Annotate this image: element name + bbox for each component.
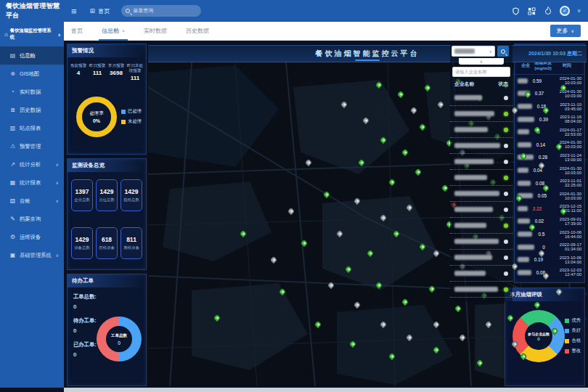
map-pin-online[interactable] — [322, 191, 330, 199]
company-row[interactable] — [450, 170, 513, 186]
map-pin-offline[interactable] — [335, 229, 343, 237]
region-select[interactable]: ∨ — [452, 46, 495, 57]
map-pin-online[interactable] — [375, 81, 383, 89]
map-pin-online[interactable] — [423, 84, 431, 92]
map-pin-online[interactable] — [357, 158, 365, 166]
map-pin-offline[interactable] — [555, 288, 563, 296]
map-pin-online[interactable] — [213, 314, 221, 322]
sidebar-item-预警管理[interactable]: ⚠预警管理 — [0, 137, 64, 155]
map-canvas[interactable]: 餐饮油烟智能监控云平台 2024/1/30 10:03 星期二 — [148, 44, 587, 386]
map-pin-online[interactable] — [542, 107, 550, 115]
map-pin-offline[interactable] — [353, 301, 361, 309]
company-row[interactable] — [450, 90, 513, 106]
map-pin-online[interactable] — [515, 194, 523, 202]
sidebar-item-历史数据[interactable]: ≣历史数据 — [0, 101, 64, 119]
map-pin-online[interactable] — [542, 184, 550, 192]
more-button[interactable]: 更多 ∨ — [550, 25, 581, 37]
company-row[interactable] — [450, 250, 513, 266]
user-avatar[interactable]: ✓ — [560, 6, 570, 16]
map-pin-online[interactable] — [379, 136, 387, 144]
map-pin-offline[interactable] — [327, 282, 335, 290]
sidebar-item-统计分析[interactable]: ↗统计分析∨ — [0, 155, 64, 173]
map-pin-online[interactable] — [454, 304, 462, 312]
map-pin-online[interactable] — [388, 178, 396, 186]
tab-信息舱[interactable]: 信息舱× — [102, 22, 125, 41]
map-pin-online[interactable] — [279, 288, 287, 296]
map-pin-online[interactable] — [388, 353, 396, 361]
close-icon[interactable]: × — [122, 28, 125, 33]
company-name-input[interactable]: 请输入企业名称 — [452, 67, 510, 77]
sidebar-item-信息舱[interactable]: ▤信息舱 — [0, 46, 64, 65]
map-pin-offline[interactable] — [537, 162, 545, 170]
sidebar-system-title[interactable]: ⌂ 餐饮油烟监控管理系统 ∧ — [0, 22, 64, 46]
company-row[interactable] — [450, 282, 513, 298]
company-row[interactable] — [450, 202, 513, 218]
bottom-scrollbar[interactable] — [64, 388, 588, 392]
map-pin-online[interactable] — [528, 223, 536, 231]
collapse-toggle[interactable]: ∧ — [459, 58, 504, 65]
map-pin-online[interactable] — [344, 265, 352, 273]
company-row[interactable] — [450, 218, 513, 234]
company-row[interactable] — [450, 122, 513, 138]
sidebar-item-基础管理系统[interactable]: ▣基础管理系统∨ — [0, 246, 64, 264]
map-pin-offline[interactable] — [340, 100, 348, 108]
map-pin-online[interactable] — [520, 353, 528, 361]
map-pin-offline[interactable] — [436, 100, 444, 108]
map-pin-online[interactable] — [393, 229, 401, 237]
map-pin-online[interactable] — [419, 123, 427, 131]
map-pin-offline[interactable] — [305, 158, 313, 166]
map-pin-online[interactable] — [432, 346, 440, 354]
map-pin-online[interactable] — [533, 301, 541, 309]
flame-icon[interactable] — [544, 7, 552, 15]
map-pin-online[interactable] — [239, 229, 247, 237]
company-row[interactable] — [450, 186, 513, 202]
company-search-button[interactable] — [497, 46, 509, 57]
company-row[interactable] — [450, 154, 513, 170]
map-pin-offline[interactable] — [432, 320, 440, 328]
sidebar-item-GIS地图[interactable]: ⊕GIS地图 — [0, 65, 64, 83]
menu-search-input[interactable]: 菜单查询 — [121, 5, 201, 17]
chevron-down-icon[interactable]: ∨ — [577, 8, 581, 14]
map-pin-offline[interactable] — [511, 340, 519, 348]
company-row[interactable] — [450, 106, 513, 122]
layout-icon[interactable] — [528, 7, 536, 15]
tab-实时数据[interactable]: 实时数据 — [144, 22, 167, 41]
map-pin-online[interactable] — [401, 298, 409, 306]
sidebar-item-运维设备[interactable]: ⚙运维设备 — [0, 228, 64, 246]
map-pin-offline[interactable] — [379, 213, 387, 221]
map-pin-offline[interactable] — [287, 207, 295, 215]
map-pin-online[interactable] — [397, 90, 405, 98]
map-pin-online[interactable] — [559, 207, 567, 215]
sidebar-item-台账[interactable]: ▧台账∨ — [0, 192, 64, 210]
map-pin-online[interactable] — [520, 152, 528, 160]
map-pin-offline[interactable] — [269, 256, 277, 264]
map-pin-online[interactable] — [375, 282, 383, 290]
breadcrumb[interactable]: ⊞ 首页 — [90, 7, 110, 15]
map-pin-offline[interactable] — [362, 116, 369, 124]
map-pin-offline[interactable] — [542, 271, 550, 279]
map-pin-online[interactable] — [401, 149, 409, 157]
map-pin-offline[interactable] — [432, 249, 440, 257]
map-pin-online[interactable] — [415, 168, 422, 176]
tab-首页[interactable]: 首页 — [71, 22, 83, 41]
map-pin-online[interactable] — [524, 90, 532, 98]
map-pin-online[interactable] — [441, 184, 449, 192]
map-pin-online[interactable] — [475, 359, 483, 367]
map-pin-online[interactable] — [555, 142, 563, 150]
map-pin-online[interactable] — [366, 249, 374, 257]
map-pin-offline[interactable] — [410, 107, 418, 115]
sidebar-item-实时数据[interactable]: ◔实时数据 — [0, 83, 64, 101]
map-pin-online[interactable] — [419, 242, 427, 250]
map-pin-online[interactable] — [348, 340, 356, 348]
map-pin-online[interactable] — [314, 320, 322, 328]
map-pin-offline[interactable] — [406, 333, 414, 341]
map-pin-offline[interactable] — [379, 320, 387, 328]
sidebar-item-站点报表[interactable]: ▥站点报表 — [0, 119, 64, 137]
map-pin-offline[interactable] — [458, 333, 466, 341]
company-row[interactable] — [450, 266, 513, 282]
map-pin-offline[interactable] — [406, 204, 414, 212]
map-pin-offline[interactable] — [484, 320, 492, 328]
shield-icon[interactable] — [512, 7, 520, 15]
map-pin-online[interactable] — [428, 285, 436, 293]
map-pin-online[interactable] — [533, 126, 541, 134]
